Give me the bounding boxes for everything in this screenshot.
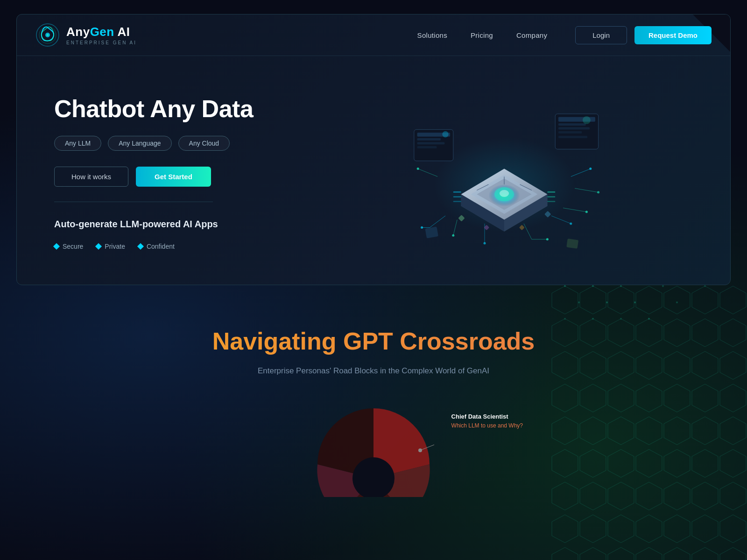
- svg-point-49: [500, 190, 509, 197]
- svg-point-16: [570, 223, 572, 225]
- hero-right: [316, 84, 693, 261]
- get-started-button[interactable]: Get Started: [136, 167, 211, 187]
- pie-container: Chief Data Scientist Which LLM to use an…: [299, 404, 448, 488]
- hero-title: Chatbot Any Data: [54, 95, 297, 123]
- svg-rect-58: [453, 201, 461, 202]
- svg-point-66: [620, 285, 622, 287]
- hero-divider: [54, 202, 213, 202]
- svg-point-22: [597, 191, 599, 193]
- svg-point-70: [592, 318, 594, 320]
- nav-company[interactable]: Company: [516, 31, 547, 39]
- svg-line-17: [563, 208, 586, 212]
- nav-links: Solutions Pricing Company: [417, 31, 548, 39]
- gpt-section: Navigating GPT Crossroads Enterprise Per…: [0, 285, 747, 516]
- chip-illustration: [406, 84, 602, 261]
- svg-rect-34: [558, 127, 590, 130]
- svg-rect-61: [547, 201, 555, 202]
- svg-point-75: [634, 301, 636, 303]
- svg-point-14: [546, 238, 549, 240]
- badge-llm: Any LLM: [54, 136, 101, 151]
- hero-body: Chatbot Any Data Any LLM Any Language An…: [17, 56, 730, 285]
- badge-language: Any Language: [108, 136, 171, 151]
- navbar: AnyGen AI Enterprise Gen AI Solutions Pr…: [17, 14, 730, 56]
- svg-rect-55: [566, 238, 578, 249]
- svg-point-64: [564, 285, 566, 287]
- svg-point-11: [483, 242, 486, 245]
- svg-point-18: [585, 210, 588, 213]
- svg-rect-35: [558, 131, 582, 133]
- svg-point-20: [589, 168, 592, 170]
- svg-line-15: [551, 216, 571, 224]
- badge-cloud: Any Cloud: [178, 136, 230, 151]
- svg-point-76: [662, 285, 664, 287]
- svg-point-37: [583, 116, 591, 124]
- svg-line-8: [453, 220, 457, 236]
- svg-point-72: [648, 318, 650, 320]
- annotation-title: Chief Data Scientist: [451, 413, 523, 420]
- svg-line-21: [575, 189, 598, 192]
- feature-secure: Secure: [54, 243, 83, 250]
- chart-annotation: Chief Data Scientist Which LLM to use an…: [451, 413, 523, 430]
- feature-private: Private: [96, 243, 125, 250]
- svg-rect-60: [547, 196, 555, 197]
- logo-icon: [35, 23, 60, 47]
- svg-point-3: [47, 34, 49, 36]
- svg-line-5: [430, 216, 445, 227]
- chart-area: Chief Data Scientist Which LLM to use an…: [37, 404, 710, 488]
- pie-chart: [313, 404, 434, 497]
- hero-tagline: Auto-generate LLM-powered AI Apps: [54, 219, 297, 230]
- svg-point-65: [592, 285, 594, 287]
- svg-point-71: [620, 318, 622, 320]
- svg-point-30: [442, 131, 448, 137]
- svg-rect-59: [547, 191, 555, 193]
- hero-badges: Any LLM Any Language Any Cloud: [54, 136, 297, 151]
- diamond-icon-secure: [53, 243, 60, 250]
- svg-rect-28: [417, 142, 445, 144]
- annotation-text: Which LLM to use and Why?: [451, 422, 523, 430]
- hero-cta: How it works Get Started: [54, 167, 297, 187]
- svg-point-74: [704, 285, 706, 287]
- logo-text-block: AnyGen AI Enterprise Gen AI: [66, 25, 137, 45]
- hero-card: AnyGen AI Enterprise Gen AI Solutions Pr…: [16, 14, 731, 285]
- svg-point-73: [676, 301, 678, 303]
- svg-point-7: [421, 226, 423, 229]
- svg-rect-54: [425, 227, 438, 238]
- svg-rect-36: [558, 136, 587, 138]
- svg-rect-27: [417, 138, 441, 140]
- svg-point-9: [452, 234, 454, 237]
- diamond-icon-confident: [137, 243, 144, 250]
- nav-solutions[interactable]: Solutions: [417, 31, 447, 39]
- svg-rect-57: [453, 196, 461, 197]
- feature-confident: Confident: [138, 243, 175, 250]
- diamond-icon-private: [95, 243, 102, 250]
- svg-point-68: [606, 301, 608, 303]
- svg-line-23: [418, 169, 437, 177]
- logo-tagline: Enterprise Gen AI: [66, 40, 137, 45]
- svg-point-67: [578, 301, 580, 303]
- logo-name: AnyGen AI: [66, 25, 137, 39]
- svg-line-19: [571, 169, 591, 177]
- svg-rect-29: [417, 146, 437, 148]
- request-demo-button[interactable]: Request Demo: [634, 26, 712, 44]
- svg-point-24: [417, 168, 419, 170]
- svg-rect-33: [558, 123, 586, 126]
- how-it-works-button[interactable]: How it works: [54, 167, 128, 187]
- nav-pricing[interactable]: Pricing: [471, 31, 493, 39]
- login-button[interactable]: Login: [575, 26, 627, 44]
- hero-features: Secure Private Confident: [54, 243, 297, 250]
- svg-rect-56: [453, 191, 461, 193]
- hero-tagline-block: Auto-generate LLM-powered AI Apps: [54, 217, 297, 230]
- logo-area: AnyGen AI Enterprise Gen AI: [35, 23, 137, 47]
- svg-point-69: [564, 318, 566, 320]
- hero-left: Chatbot Any Data Any LLM Any Language An…: [54, 95, 297, 251]
- svg-point-79: [418, 448, 422, 452]
- nav-actions: Login Request Demo: [575, 26, 712, 44]
